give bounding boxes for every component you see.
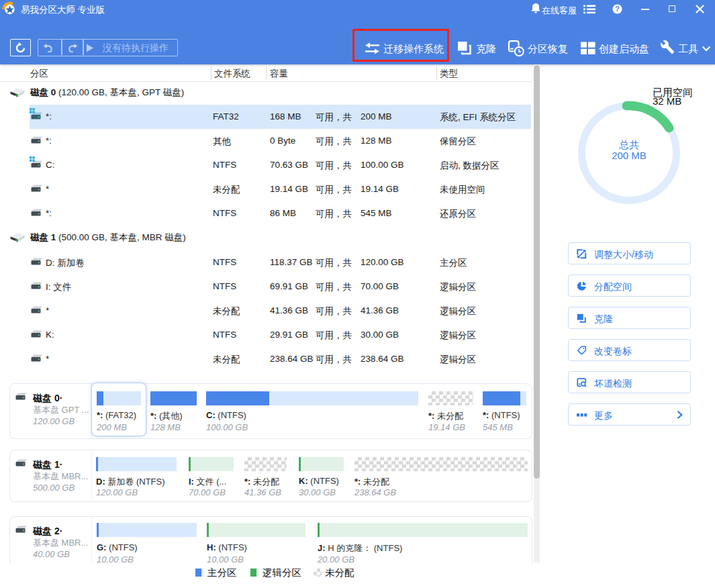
- svg-text:?: ?: [615, 5, 619, 13]
